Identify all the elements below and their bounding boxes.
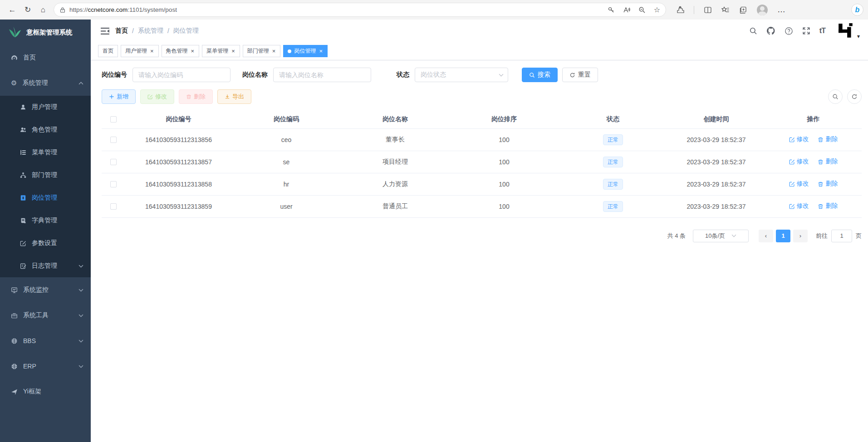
dashboard-icon	[11, 54, 18, 61]
next-page-button[interactable]: ›	[793, 230, 808, 242]
sidebar-item-system[interactable]: ⚙ 系统管理	[0, 70, 91, 96]
select-all-checkbox[interactable]	[110, 116, 117, 123]
header-search-icon[interactable]	[749, 27, 757, 35]
sidebar-item-yi-framework[interactable]: Yi框架	[0, 379, 91, 404]
browser-action-icons: … b	[676, 4, 863, 16]
show-search-button[interactable]	[828, 89, 843, 104]
sidebar-item-erp[interactable]: ERP	[0, 354, 91, 379]
bing-icon[interactable]: b	[851, 4, 863, 16]
row-checkbox[interactable]	[110, 159, 117, 165]
reset-button[interactable]: 重置	[562, 68, 598, 82]
sidebar-item-bbs[interactable]: BBS	[0, 328, 91, 354]
users-icon	[20, 127, 26, 133]
read-aloud-icon[interactable]	[623, 6, 630, 14]
address-bar[interactable]: https://ccnetcore.com:1101/system/post ☆	[54, 3, 666, 17]
goto-label: 前往	[816, 232, 828, 240]
browser-refresh-button[interactable]: ↻	[20, 2, 35, 18]
breadcrumb-home[interactable]: 首页	[115, 27, 128, 35]
zoom-out-icon[interactable]	[638, 6, 646, 14]
plus-icon	[109, 94, 114, 99]
refresh-table-button[interactable]	[847, 89, 862, 104]
collections-icon[interactable]	[739, 6, 747, 14]
extensions-icon[interactable]	[676, 6, 684, 14]
status-select[interactable]: 岗位状态	[415, 68, 508, 82]
row-edit-link[interactable]: 修改	[789, 180, 809, 188]
tab-roles[interactable]: 角色管理 ×	[162, 45, 200, 57]
column-header: 岗位编码	[232, 110, 341, 128]
tab-home[interactable]: 首页	[98, 45, 118, 57]
sidebar-item-departments[interactable]: 部门管理	[0, 164, 91, 187]
post-name-label: 岗位名称	[242, 71, 268, 79]
browser-home-button[interactable]: ⌂	[35, 2, 51, 18]
tab-menus[interactable]: 菜单管理 ×	[202, 45, 240, 57]
row-edit-link[interactable]: 修改	[789, 157, 809, 166]
browser-back-button[interactable]: ←	[5, 2, 20, 18]
fullscreen-icon[interactable]	[802, 27, 810, 35]
row-edit-link[interactable]: 修改	[789, 135, 809, 143]
user-dropdown[interactable]: ▾	[837, 22, 860, 39]
page-size-select[interactable]: 10条/页	[693, 230, 749, 242]
chevron-up-icon	[78, 82, 83, 85]
tab-close-icon[interactable]: ×	[231, 48, 235, 54]
tab-close-icon[interactable]: ×	[150, 48, 154, 54]
page-number-button[interactable]: 1	[776, 230, 790, 242]
add-button[interactable]: 新增	[102, 89, 136, 104]
search-button[interactable]: 搜索	[522, 68, 558, 82]
refresh-icon: ↻	[25, 5, 31, 15]
help-icon[interactable]	[785, 27, 793, 35]
sidebar-item-menus[interactable]: 菜单管理	[0, 141, 91, 164]
sidebar-item-label: 系统工具	[23, 311, 73, 319]
url-text: https://ccnetcore.com:1101/system/post	[69, 6, 608, 13]
column-header: 状态	[559, 110, 667, 128]
post-code-input[interactable]	[132, 68, 230, 82]
browser-menu-icon[interactable]: …	[777, 5, 786, 15]
font-size-icon[interactable]: tT	[819, 27, 825, 35]
chevron-down-icon	[78, 289, 83, 292]
sidebar-item-tools[interactable]: 系统工具	[0, 303, 91, 328]
favorites-icon[interactable]	[721, 6, 730, 14]
sidebar-item-dictionary[interactable]: 字典管理	[0, 209, 91, 232]
sidebar-item-users[interactable]: 用户管理	[0, 96, 91, 118]
delete-button[interactable]: 删除	[179, 89, 213, 104]
tab-users[interactable]: 用户管理 ×	[121, 45, 159, 57]
column-header: 创建时间	[667, 110, 765, 128]
row-edit-link[interactable]: 修改	[789, 202, 809, 210]
tab-departments[interactable]: 部门管理 ×	[243, 45, 281, 57]
tab-close-icon[interactable]: ×	[191, 48, 195, 54]
row-delete-link[interactable]: 删除	[818, 135, 838, 143]
row-checkbox[interactable]	[110, 181, 117, 187]
password-key-icon[interactable]	[608, 6, 615, 14]
edit-icon	[147, 94, 153, 99]
cell-post-name: 项目经理	[341, 151, 450, 173]
post-name-input[interactable]	[273, 68, 371, 82]
tab-close-icon[interactable]: ×	[319, 48, 323, 54]
cell-post-name: 普通员工	[341, 195, 450, 217]
table-row: 1641030593112313856 ceo 董事长 100 正常 2023-…	[102, 128, 862, 151]
row-checkbox[interactable]	[110, 137, 117, 143]
app-logo[interactable]: 意框架管理系统	[0, 20, 91, 45]
split-screen-icon[interactable]	[704, 6, 712, 14]
sidebar-item-monitor[interactable]: 系统监控	[0, 277, 91, 303]
row-delete-link[interactable]: 删除	[818, 180, 838, 188]
tab-posts[interactable]: 岗位管理 ×	[283, 45, 328, 57]
profile-avatar[interactable]	[757, 5, 768, 15]
github-icon[interactable]	[766, 26, 775, 35]
goto-page-input[interactable]	[831, 230, 852, 242]
sidebar-item-roles[interactable]: 角色管理	[0, 118, 91, 141]
row-delete-link[interactable]: 删除	[818, 157, 838, 166]
row-delete-link[interactable]: 删除	[818, 202, 838, 210]
breadcrumb-system[interactable]: 系统管理	[138, 27, 163, 35]
prev-page-button[interactable]: ‹	[759, 230, 773, 242]
add-favorite-icon[interactable]: ☆	[654, 5, 660, 14]
sidebar-item-posts[interactable]: 岗位管理	[0, 187, 91, 209]
row-checkbox[interactable]	[110, 203, 117, 210]
edit-button[interactable]: 修改	[140, 89, 174, 104]
sidebar-item-parameters[interactable]: 参数设置	[0, 232, 91, 255]
export-button[interactable]: 导出	[217, 89, 251, 104]
tab-close-icon[interactable]: ×	[272, 48, 276, 54]
status-badge: 正常	[603, 201, 623, 212]
sidebar-collapse-button[interactable]	[97, 23, 113, 39]
sidebar-item-logs[interactable]: 日志管理	[0, 255, 91, 277]
sidebar-item-home[interactable]: 首页	[0, 45, 91, 70]
column-header: 岗位编号	[125, 110, 232, 128]
